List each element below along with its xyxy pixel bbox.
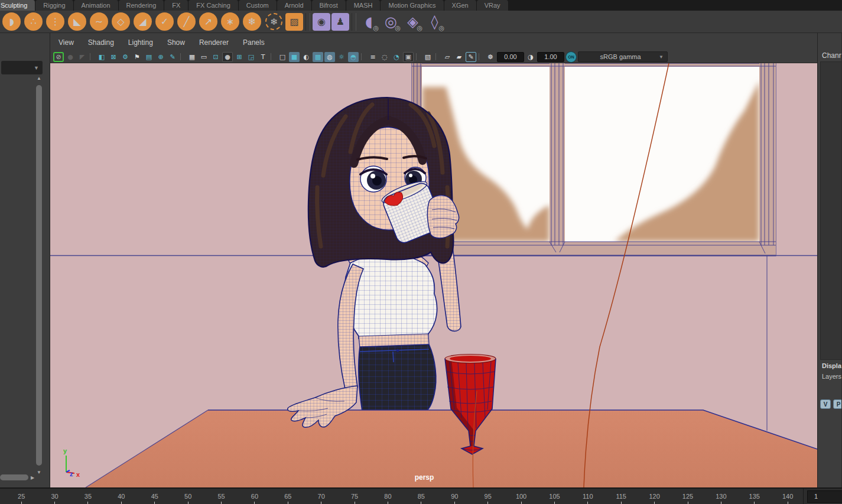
color-management-toggle[interactable]: ON xyxy=(565,51,577,63)
viewport-toolbar-icon[interactable] xyxy=(180,53,184,60)
shelf-tab-animation[interactable]: Animation xyxy=(74,0,119,11)
disabled-cursor-icon[interactable]: ◤ xyxy=(77,52,87,62)
table-mesh[interactable] xyxy=(86,410,817,487)
blend-falloff-icon[interactable]: ◈ xyxy=(402,12,423,32)
unfreeze-tool-icon[interactable]: ❄ xyxy=(265,13,282,30)
camera-attributes-icon[interactable]: ⚙ xyxy=(120,52,131,62)
layer-visibility-toggle[interactable]: V xyxy=(820,399,831,409)
layer-type-toggle[interactable]: P xyxy=(833,399,841,409)
panel-menu-item[interactable]: Show xyxy=(167,38,185,47)
panel-menu-item[interactable]: Lighting xyxy=(128,38,153,47)
time-slider[interactable]: 2530354045505560657075808590951001051101… xyxy=(0,487,842,504)
imprint-tool-icon[interactable]: ◇ xyxy=(112,12,130,31)
shelf-tab-custom[interactable]: Custom xyxy=(239,0,277,11)
freeze-tool-icon[interactable]: ❄ xyxy=(243,12,261,31)
active-tool-toggle-icon[interactable]: ⊘ xyxy=(53,52,64,62)
timeline-tick[interactable]: 110 xyxy=(571,490,604,504)
surface-falloff-icon[interactable]: ◖ xyxy=(359,12,379,32)
scroll-right-icon[interactable]: ▶ xyxy=(31,475,34,480)
exposure-field[interactable]: 0.00 xyxy=(497,52,524,62)
viewport-canvas[interactable]: y z x persp xyxy=(50,63,817,487)
shelf-tab-fx[interactable]: FX xyxy=(164,0,188,11)
amplify-tool-icon[interactable]: ↗ xyxy=(199,12,217,31)
grab-tool-icon[interactable]: ◣ xyxy=(68,12,86,31)
timeline-tick[interactable]: 90 xyxy=(438,490,471,504)
window-mesh[interactable] xyxy=(412,63,776,256)
motion-blur-icon[interactable]: ◌ xyxy=(379,52,390,62)
lighting-icon[interactable]: ☼ xyxy=(336,52,347,62)
viewport-toolbar-icon[interactable] xyxy=(361,53,365,60)
timeline-tick[interactable]: 85 xyxy=(405,490,438,504)
erase-falloff-icon[interactable]: ◊ xyxy=(424,12,445,32)
sculpt-tool-icon[interactable]: ◗ xyxy=(2,12,21,31)
anti-aliasing-icon[interactable]: ◔ xyxy=(391,52,402,62)
grease-pencil-icon[interactable]: ✎ xyxy=(167,52,178,62)
shelf-tab-arnold[interactable]: Arnold xyxy=(277,0,312,11)
timeline-tick[interactable]: 75 xyxy=(338,490,371,504)
gamma-icon[interactable]: ◑ xyxy=(525,52,536,62)
select-camera-icon[interactable]: ◧ xyxy=(96,52,107,62)
horizontal-scrollbar[interactable]: ▶ xyxy=(0,473,41,482)
film-gate-icon[interactable]: ▭ xyxy=(199,52,209,62)
timeline-tick[interactable]: 115 xyxy=(604,490,638,504)
pose-editor-icon[interactable]: ♟ xyxy=(331,13,349,31)
viewport-toolbar-icon[interactable] xyxy=(435,53,440,60)
depth-of-field-icon[interactable]: ▣ xyxy=(403,52,414,62)
gate-mask-icon[interactable]: ● xyxy=(222,52,233,62)
bookmarks-icon[interactable]: ⚑ xyxy=(132,52,142,62)
wireframe-mode-icon[interactable]: □ xyxy=(277,52,288,62)
volume-falloff-icon[interactable]: ◎ xyxy=(381,12,401,32)
timeline-tick[interactable]: 30 xyxy=(38,490,71,504)
panel-menu-item[interactable]: Shading xyxy=(88,38,114,47)
wax-tool-icon[interactable]: ╱ xyxy=(177,12,196,31)
scroll-up-icon[interactable]: ▲ xyxy=(36,76,42,81)
default-material-icon[interactable]: ◍ xyxy=(324,52,335,62)
lock-camera-icon[interactable]: ⊠ xyxy=(108,52,119,62)
safe-title-icon[interactable]: T xyxy=(258,52,268,62)
timeline-tick[interactable]: 40 xyxy=(105,490,138,504)
knife-tool-icon[interactable]: ◢ xyxy=(134,12,152,31)
shelf-tab-fx-caching[interactable]: FX Caching xyxy=(188,0,238,11)
timeline-tick[interactable]: 65 xyxy=(271,490,304,504)
field-chart-icon[interactable]: ⊞ xyxy=(234,52,245,62)
vertical-scrollbar[interactable]: ▲ ▼ xyxy=(35,76,43,475)
shelf-tab-mash[interactable]: MASH xyxy=(346,0,381,11)
layers-menu[interactable]: Layers xyxy=(822,373,841,380)
timeline-tick[interactable]: 55 xyxy=(204,490,238,504)
shelf-icon[interactable] xyxy=(352,13,356,31)
image-plane-icon[interactable]: ▤ xyxy=(144,52,154,62)
vertical-scrollbar-thumb[interactable] xyxy=(36,85,42,466)
view-transform-dropdown[interactable]: sRGB gamma▼ xyxy=(578,51,668,62)
xray-joints-icon[interactable]: ▰ xyxy=(454,52,464,62)
sculpt-objects-icon[interactable]: ◉ xyxy=(313,13,330,31)
shelf-tab-bifrost[interactable]: Bifrost xyxy=(312,0,346,11)
spike-tool-icon[interactable]: ∗ xyxy=(221,12,239,31)
shelf-tab-motion-graphics[interactable]: Motion Graphics xyxy=(381,0,444,11)
timeline-tick[interactable]: 95 xyxy=(471,490,504,504)
timeline-tick[interactable]: 25 xyxy=(5,490,38,504)
shelf-tab-sculpting[interactable]: Sculpting xyxy=(0,0,35,11)
timeline-tick[interactable]: 130 xyxy=(704,490,737,504)
gamma-field[interactable]: 1.00 xyxy=(537,52,564,62)
panel-menu-item[interactable]: Panels xyxy=(243,38,265,47)
timeline-tick[interactable]: 120 xyxy=(638,490,671,504)
timeline-tick[interactable]: 60 xyxy=(238,490,271,504)
scrape-tool-icon[interactable]: ✓ xyxy=(155,12,174,31)
horizontal-scrollbar-thumb[interactable] xyxy=(0,474,28,480)
highlight-plugin-icon[interactable]: ✎ xyxy=(466,52,476,62)
timeline-tick[interactable]: 45 xyxy=(138,490,171,504)
timeline-tick[interactable]: 70 xyxy=(305,490,338,504)
timeline-tick[interactable]: 50 xyxy=(171,490,204,504)
shelf-tab-vray[interactable]: VRay xyxy=(477,0,509,11)
timeline-tick[interactable]: 140 xyxy=(771,490,804,504)
relax-tool-icon[interactable]: ⋮ xyxy=(46,12,64,31)
layer-row[interactable]: V P xyxy=(820,399,841,412)
smear-tool-icon[interactable]: ∼ xyxy=(90,12,108,31)
viewport-toolbar-icon[interactable] xyxy=(416,53,420,60)
viewport-toolbar-icon[interactable] xyxy=(90,53,94,60)
shelf-tab-rendering[interactable]: Rendering xyxy=(119,0,165,11)
shelf-tab-xgen[interactable]: XGen xyxy=(444,0,477,11)
timeline-tick[interactable]: 100 xyxy=(505,490,538,504)
timeline-tick[interactable]: 135 xyxy=(738,490,771,504)
shadows-icon[interactable]: ◓ xyxy=(348,52,359,62)
